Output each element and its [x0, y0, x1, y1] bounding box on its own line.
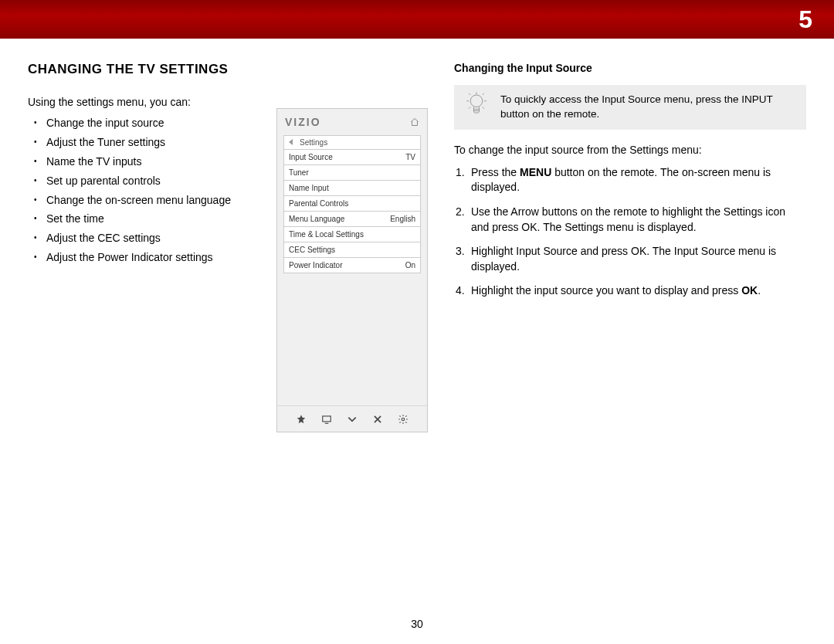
right-column: Changing the Input Source To quickly acc…	[454, 62, 806, 432]
list-item: Name the TV inputs	[46, 154, 250, 169]
tv-menu-illustration: VIZIO Settings Input SourceTV Tuner Name…	[276, 108, 428, 432]
tv-row-label: Power Indicator	[289, 261, 342, 269]
lightbulb-icon	[465, 91, 488, 117]
svg-line-9	[469, 93, 470, 95]
tv-row-label: CEC Settings	[289, 246, 335, 254]
chevron-down-icon	[346, 414, 358, 425]
step-item: Highlight the input source you want to d…	[471, 283, 806, 299]
intro-text: Using the settings menu, you can:	[28, 96, 250, 108]
tv-menu-title: Settings	[283, 135, 421, 149]
tv-row-language: Menu LanguageEnglish	[283, 211, 421, 226]
chapter-number: 5	[798, 5, 812, 34]
tv-body: Settings Input SourceTV Tuner Name Input…	[277, 135, 427, 405]
menu-bold: MENU	[520, 166, 551, 178]
chapter-bar: 5	[0, 0, 834, 39]
step-item: Press the MENU button on the remote. The…	[471, 165, 806, 195]
tv-row-input-source: Input SourceTV	[283, 149, 421, 164]
steps-list: Press the MENU button on the remote. The…	[454, 165, 806, 299]
list-item: Adjust the Tuner settings	[46, 135, 250, 150]
list-item: Set the time	[46, 212, 250, 226]
tv-row-value: On	[405, 261, 415, 269]
step-text: Highlight the input source you want to d…	[471, 284, 741, 297]
ok-bold: OK	[741, 284, 758, 297]
svg-point-5	[470, 95, 483, 107]
page-body: CHANGING THE TV SETTINGS Using the setti…	[0, 39, 834, 440]
tv-row-tuner: Tuner	[283, 164, 421, 180]
close-icon	[371, 414, 384, 425]
tv-row-label: Parental Controls	[289, 199, 348, 208]
tv-row-value: English	[390, 215, 415, 223]
middle-column: VIZIO Settings Input SourceTV Tuner Name…	[276, 62, 428, 432]
gear-icon	[397, 414, 409, 425]
left-column: CHANGING THE TV SETTINGS Using the setti…	[28, 62, 250, 432]
svg-line-12	[483, 107, 484, 109]
tv-row-label: Time & Local Settings	[289, 230, 364, 239]
tv-row-name-input: Name Input	[283, 180, 421, 195]
list-item: Adjust the CEC settings	[46, 231, 250, 246]
step-item: Use the Arrow buttons on the remote to h…	[471, 205, 806, 235]
subsection-heading: Changing the Input Source	[454, 62, 806, 74]
list-item: Change the input source	[46, 116, 250, 130]
lead-text: To change the input source from the Sett…	[454, 144, 806, 156]
section-heading: CHANGING THE TV SETTINGS	[28, 62, 250, 77]
svg-rect-0	[323, 415, 331, 421]
back-triangle-icon	[289, 139, 293, 145]
tv-header: VIZIO	[277, 109, 427, 135]
list-item: Change the on-screen menu language	[46, 193, 250, 208]
tv-row-label: Name Input	[289, 184, 329, 192]
screen-icon	[320, 414, 333, 425]
tip-callout: To quickly access the Input Source menu,…	[454, 85, 806, 130]
step-item: Highlight Input Source and press OK. The…	[471, 244, 806, 274]
list-item: Adjust the Power Indicator settings	[46, 250, 250, 265]
tip-text: To quickly access the Input Source menu,…	[500, 93, 772, 120]
tv-row-label: Input Source	[289, 153, 333, 161]
tv-footer	[277, 405, 427, 432]
capabilities-list: Change the input source Adjust the Tuner…	[28, 116, 250, 265]
home-icon	[410, 117, 419, 127]
tv-row-power-indicator: Power IndicatorOn	[283, 257, 421, 273]
tv-row-label: Menu Language	[289, 215, 344, 223]
tv-row-value: TV	[405, 153, 415, 161]
tv-row-label: Tuner	[289, 168, 309, 177]
svg-line-11	[469, 107, 470, 109]
list-item: Set up parental controls	[46, 174, 250, 188]
step-text: Press the	[471, 166, 520, 178]
star-icon	[295, 414, 307, 425]
page-number: 30	[0, 618, 834, 630]
vizio-logo: VIZIO	[285, 116, 321, 128]
svg-line-10	[483, 93, 484, 95]
tv-menu-title-label: Settings	[300, 138, 327, 147]
step-text: .	[758, 284, 761, 297]
tv-row-cec: CEC Settings	[283, 242, 421, 257]
svg-point-4	[402, 418, 405, 421]
tv-row-time: Time & Local Settings	[283, 226, 421, 242]
tv-row-parental: Parental Controls	[283, 195, 421, 211]
